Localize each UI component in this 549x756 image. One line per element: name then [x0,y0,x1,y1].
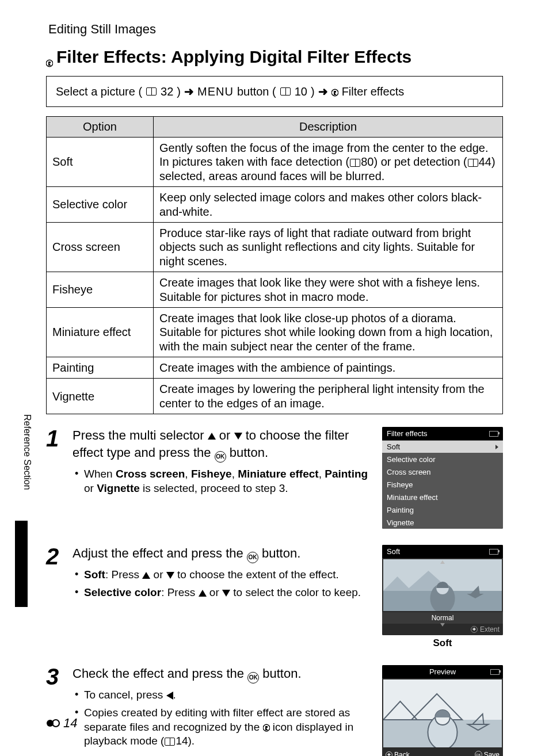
menu-item-selected[interactable]: Soft [382,440,503,453]
pencil-icon [46,52,53,62]
pencil-icon [263,722,270,731]
table-row: Soft Gently soften the focus of the imag… [47,138,503,187]
pencil-icon [331,87,338,96]
breadcrumb: Select a picture ( 32) ➜ MENU button ( 1… [46,76,503,107]
table-row: Miniature effectCreate images that look … [47,307,503,357]
up-icon [142,572,150,579]
table-row: FisheyeCreate images that look like they… [47,272,503,308]
section-title: Filter Effects: Applying Digital Filter … [46,47,503,67]
table-row: Cross screenProduce star-like rays of li… [47,222,503,272]
table-row: Selective colorKeep only selected image … [47,187,503,223]
preview-thumbnail [383,679,502,747]
book-icon [165,738,175,746]
chevron-right-icon [495,445,498,449]
book-icon [146,87,157,96]
nav-down-icon [440,623,445,627]
left-icon [166,692,173,700]
up-icon [208,433,216,440]
arrow-icon: ➜ [184,85,194,98]
battery-icon [489,549,498,555]
table-row: VignetteCreate images by lowering the pe… [47,379,503,414]
side-tab [15,521,28,607]
battery-icon [489,431,498,437]
book-icon [350,159,360,167]
down-icon [166,572,174,579]
step-3: 3 Check the effect and press the OK butt… [46,665,503,756]
col-description: Description [154,117,503,138]
book-icon [280,87,291,96]
status-row: Normal [382,612,503,624]
lcd-preview: Preview [382,665,503,756]
step-1: 1 Press the multi selector or to choose … [46,427,503,529]
lcd-filter-menu: Filter effects Soft Selective color Cros… [382,427,503,529]
bottom-row: ✚Back OKSave [382,749,503,756]
table-row: PaintingCreate images with the ambience … [47,357,503,379]
col-option: Option [47,117,154,138]
down-icon [234,433,242,440]
lcd-soft-adjust: Soft [382,545,503,649]
page-number: 14 [46,716,77,731]
book-icon [468,159,478,167]
up-icon [199,590,207,597]
menu-item[interactable]: Fisheye [382,478,503,491]
ok-icon: OK [215,451,226,463]
nav-up-icon [440,560,445,564]
menu-item[interactable]: Painting [382,503,503,516]
menu-item[interactable]: Selective color [382,453,503,465]
down-icon [222,590,230,597]
preview-thumbnail [383,559,502,611]
battery-icon [490,669,500,675]
ok-icon: OK [247,552,258,563]
menu-item[interactable]: Cross screen [382,465,503,478]
step-2: 2 Adjust the effect and press the OK but… [46,545,503,649]
page-header: Editing Still Images [48,22,503,37]
arrow-icon: ➜ [318,85,328,98]
menu-item[interactable]: Vignette [382,516,503,529]
figure-caption: Soft [382,637,503,649]
menu-item[interactable]: Miniature effect [382,491,503,503]
options-table: Option Description Soft Gently soften th… [46,116,503,414]
page: Editing Still Images Filter Effects: App… [0,0,549,756]
side-label: Reference Section [22,414,32,490]
ok-icon: OK [247,672,259,684]
